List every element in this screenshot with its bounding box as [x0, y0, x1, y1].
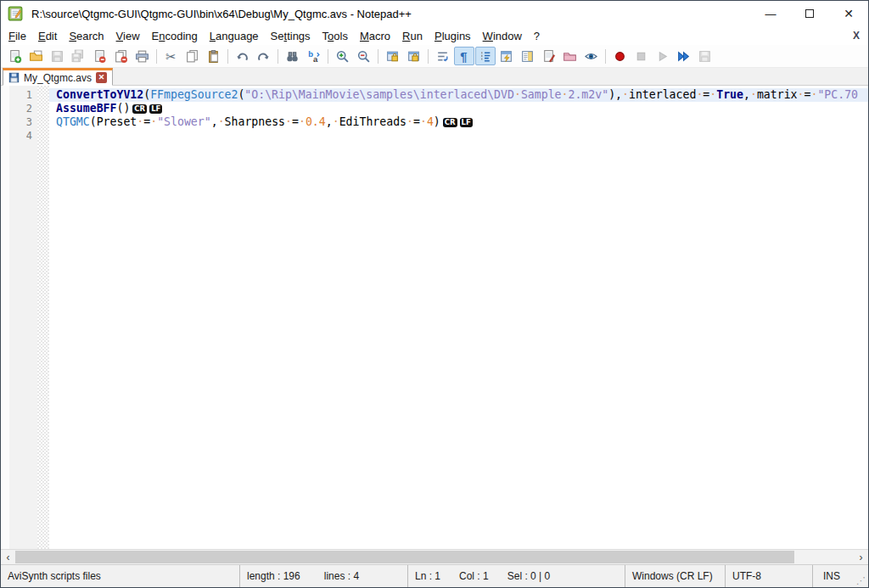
monitoring-button[interactable] — [581, 47, 602, 65]
fold-margin[interactable] — [37, 86, 49, 549]
token-str: Sample — [521, 88, 562, 101]
close-all-button[interactable] — [111, 47, 132, 65]
paste-button[interactable] — [204, 47, 224, 65]
print-button[interactable] — [132, 47, 153, 65]
status-caret-position: Ln : 1 Col : 1 Sel : 0 | 0 — [407, 565, 625, 587]
print-icon — [135, 49, 149, 64]
redo-icon — [256, 49, 271, 64]
toolbar-separator — [428, 49, 429, 64]
status-length: length : 196 — [247, 570, 300, 582]
token-ws: · — [333, 115, 339, 128]
menu-window[interactable]: Window — [477, 28, 528, 44]
token-ws: · — [514, 88, 521, 101]
token-def: (Preset — [90, 115, 137, 128]
lf-eol-mark: LF — [460, 118, 473, 127]
function-list-button[interactable] — [496, 47, 517, 65]
status-bar: AviSynth scripts files length : 196 line… — [1, 564, 868, 587]
horizontal-scrollbar[interactable]: ‹ › — [1, 549, 868, 564]
open-file-button[interactable] — [26, 47, 47, 65]
scrollbar-thumb[interactable] — [15, 551, 794, 563]
token-def: Sharpness — [225, 115, 285, 128]
menu-tools[interactable]: Tools — [317, 28, 354, 44]
token-def: , — [743, 88, 750, 101]
token-str: "Slower" — [157, 115, 211, 128]
token-def: = — [292, 115, 299, 128]
cut-button[interactable]: ✂ — [161, 47, 182, 65]
sync-horizontal-button[interactable] — [404, 47, 424, 65]
token-num: 0.4 — [306, 115, 326, 128]
show-indent-guide-icon — [478, 49, 492, 64]
code-line-4[interactable] — [49, 129, 868, 143]
tab-my-qtgmc-avs[interactable]: My_Qtgmc.avs✕ — [3, 68, 113, 86]
bookmark-margin[interactable] — [1, 86, 9, 549]
menu-macro[interactable]: Macro — [354, 28, 396, 44]
status-eol-format[interactable]: Windows (CR LF) — [625, 565, 725, 587]
close-file-button[interactable] — [90, 47, 110, 65]
code-line-1[interactable]: ConvertToYV12(FFmpegSource2("O:\Rip\Main… — [49, 88, 868, 102]
undo-button[interactable] — [233, 47, 253, 65]
menu-run[interactable]: Run — [396, 28, 429, 44]
resize-grip[interactable]: ⋰ — [856, 575, 868, 587]
line-number: 1 — [9, 88, 32, 102]
cut-icon: ✂ — [164, 49, 178, 64]
token-str: "O:\Rip\MainMovie\samples\interlaced\DVD — [244, 88, 514, 101]
menu-encoding[interactable]: Encoding — [146, 28, 204, 44]
macro-run-multiple-button[interactable] — [674, 47, 694, 65]
zoom-out-button[interactable] — [354, 47, 374, 65]
menu-view[interactable]: View — [110, 28, 146, 44]
maximize-button[interactable] — [790, 1, 829, 26]
macro-record-button[interactable] — [610, 47, 631, 65]
token-ws: · — [299, 115, 306, 128]
show-all-characters-button[interactable]: ¶ — [454, 47, 474, 65]
status-line: Ln : 1 — [415, 570, 440, 582]
macro-run-multiple-icon — [676, 49, 691, 64]
code-line-3[interactable]: QTGMC(Preset·=·"Slower",·Sharpness·=·0.4… — [49, 115, 868, 129]
sync-vertical-button[interactable] — [383, 47, 403, 65]
close-button[interactable]: ✕ — [829, 1, 868, 26]
menu-close-document-button[interactable]: X — [844, 30, 868, 42]
document-map-button[interactable] — [518, 47, 538, 65]
token-str: 2.m2v" — [568, 88, 608, 101]
code-view[interactable]: ConvertToYV12(FFmpegSource2("O:\Rip\Main… — [49, 86, 868, 549]
show-indent-guide-button[interactable] — [475, 47, 496, 65]
token-fn: FFmpegSource2 — [150, 88, 238, 101]
scroll-right-arrow[interactable]: › — [854, 551, 868, 564]
macro-playback-icon — [655, 49, 670, 64]
menu-file[interactable]: File — [3, 28, 32, 44]
token-str: "PC.70 — [817, 88, 858, 101]
menu-search[interactable]: Search — [63, 28, 109, 44]
menu-help[interactable]: ? — [528, 28, 546, 44]
undo-icon — [235, 49, 249, 64]
cr-eol-mark: CR — [443, 118, 457, 127]
zoom-in-button[interactable] — [333, 47, 353, 65]
tab-close-icon[interactable]: ✕ — [96, 72, 107, 83]
save-all-icon — [71, 49, 86, 64]
menu-settings[interactable]: Settings — [265, 28, 317, 44]
status-doctype: AviSynth scripts files — [1, 565, 239, 587]
token-ws: · — [750, 88, 757, 101]
code-line-2[interactable]: AssumeBFF()CRLF — [49, 102, 868, 115]
token-def: = — [413, 115, 420, 128]
menu-language[interactable]: Language — [204, 28, 265, 44]
menu-edit[interactable]: Edit — [32, 28, 63, 44]
minimize-button[interactable]: — — [751, 1, 790, 26]
scroll-left-arrow[interactable]: ‹ — [1, 551, 15, 564]
cr-eol-mark: CR — [132, 104, 147, 114]
word-wrap-button[interactable] — [433, 47, 453, 65]
save-all-button — [69, 47, 89, 65]
redo-button[interactable] — [254, 47, 274, 65]
copy-button[interactable] — [182, 47, 203, 65]
document-list-button[interactable] — [539, 47, 559, 65]
folder-as-workspace-button[interactable] — [560, 47, 580, 65]
editor-area[interactable]: 1234 ConvertToYV12(FFmpegSource2("O:\Rip… — [1, 86, 868, 549]
replace-button[interactable]: ba — [304, 47, 324, 65]
menu-plugins[interactable]: Plugins — [429, 28, 477, 44]
status-encoding[interactable]: UTF-8 — [725, 565, 812, 587]
status-insert-mode[interactable]: INS ⋰ — [812, 565, 868, 587]
status-column: Col : 1 — [459, 570, 489, 582]
new-file-button[interactable] — [5, 47, 25, 65]
sync-horizontal-icon — [406, 49, 421, 64]
find-button[interactable] — [283, 47, 303, 65]
show-all-characters-icon: ¶ — [457, 49, 471, 64]
token-ws: · — [285, 115, 292, 128]
